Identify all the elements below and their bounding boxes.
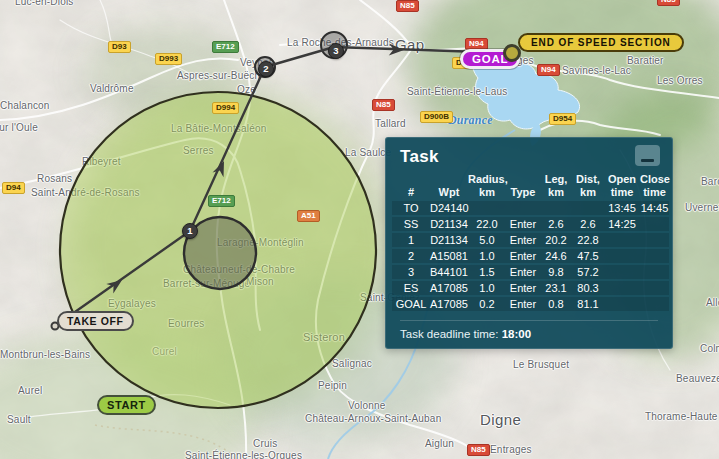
- table-cell: [604, 249, 640, 263]
- table-cell: 5.0: [468, 233, 506, 247]
- task-deadline: Task deadline time: 18:00: [400, 320, 658, 340]
- table-cell: [468, 201, 506, 215]
- minimize-button[interactable]: [635, 145, 660, 166]
- table-cell: [604, 265, 640, 279]
- table-cell: A15081: [430, 249, 468, 263]
- table-cell: D24140: [430, 201, 468, 215]
- start-pill[interactable]: START: [97, 395, 156, 415]
- table-cell: 3: [392, 265, 430, 279]
- table-body: TOD2414013:4514:45SSD2113422.0Enter2.62.…: [392, 201, 669, 311]
- waypoint-marker-1[interactable]: 1: [182, 223, 198, 239]
- table-cell: 57.2: [572, 265, 604, 279]
- table-cell: 80.3: [572, 281, 604, 295]
- table-cell: 47.5: [572, 249, 604, 263]
- waypoint-marker-2[interactable]: 2: [258, 61, 274, 77]
- table-row: ESA170851.0Enter23.180.3: [392, 281, 669, 295]
- table-cell: Enter: [506, 233, 540, 247]
- table-cell: 2.6: [572, 217, 604, 231]
- waypoint-marker-3[interactable]: 3: [328, 43, 344, 59]
- table-cell: [604, 281, 640, 295]
- table-cell: Enter: [506, 265, 540, 279]
- table-cell: Enter: [506, 281, 540, 295]
- column-header: Closetime: [640, 173, 669, 199]
- table-cell: A17085: [430, 281, 468, 295]
- task-table: # WptRadius,km TypeLeg,kmDist,kmOpentime…: [392, 171, 669, 313]
- table-cell: TO: [392, 201, 430, 215]
- table-cell: GOAL: [392, 297, 430, 311]
- table-cell: 23.1: [540, 281, 572, 295]
- deadline-label: Task deadline time:: [400, 328, 498, 340]
- deadline-value: 18:00: [502, 328, 531, 340]
- table-cell: 0.8: [540, 297, 572, 311]
- task-panel: Task # WptRadius,km TypeLeg,kmDist,kmOpe…: [385, 137, 673, 349]
- column-header: #: [392, 173, 430, 199]
- table-cell: [640, 281, 669, 295]
- table-cell: 1.0: [468, 281, 506, 295]
- column-header: Radius,km: [468, 173, 506, 199]
- table-cell: [640, 297, 669, 311]
- table-cell: Enter: [506, 297, 540, 311]
- table-cell: 14:25: [604, 217, 640, 231]
- table-row: SSD2113422.0Enter2.62.614:25: [392, 217, 669, 231]
- table-row: 2A150811.0Enter24.647.5: [392, 249, 669, 263]
- table-cell: 2.6: [540, 217, 572, 231]
- table-cell: [640, 217, 669, 231]
- table-cell: 13:45: [604, 201, 640, 215]
- table-cell: 20.2: [540, 233, 572, 247]
- table-cell: 1: [392, 233, 430, 247]
- table-cell: Enter: [506, 217, 540, 231]
- table-cell: 2: [392, 249, 430, 263]
- table-row: 1D211345.0Enter20.222.8: [392, 233, 669, 247]
- take-off-pill[interactable]: TAKE OFF: [57, 311, 134, 331]
- table-row: 3B441011.5Enter9.857.2: [392, 265, 669, 279]
- table-cell: 9.8: [540, 265, 572, 279]
- end-of-speed-section-marker[interactable]: [503, 44, 521, 62]
- table-row: GOALA170850.2Enter0.881.1: [392, 297, 669, 311]
- table-cell: 81.1: [572, 297, 604, 311]
- table-cell: [506, 201, 540, 215]
- table-cell: 22.8: [572, 233, 604, 247]
- table-cell: A17085: [430, 297, 468, 311]
- table-cell: [640, 233, 669, 247]
- table-cell: Enter: [506, 249, 540, 263]
- table-cell: 24.6: [540, 249, 572, 263]
- column-header: Type: [506, 173, 540, 199]
- table-cell: 1.5: [468, 265, 506, 279]
- table-cell: [604, 297, 640, 311]
- table-cell: SS: [392, 217, 430, 231]
- table-cell: 0.2: [468, 297, 506, 311]
- table-cell: 14:45: [640, 201, 669, 215]
- table-cell: [572, 201, 604, 215]
- panel-title: Task: [400, 147, 658, 167]
- map-canvas[interactable]: Luc-en-DioisValdrômeChalanconsur l'OuleR…: [0, 0, 719, 459]
- column-header: Wpt: [430, 173, 468, 199]
- table-cell: B44101: [430, 265, 468, 279]
- table-cell: 22.0: [468, 217, 506, 231]
- table-cell: D21134: [430, 217, 468, 231]
- column-header: Opentime: [604, 173, 640, 199]
- end-of-speed-section-pill[interactable]: END OF SPEED SECTION: [518, 33, 684, 52]
- table-cell: [604, 233, 640, 247]
- table-cell: D21134: [430, 233, 468, 247]
- table-row: TOD2414013:4514:45: [392, 201, 669, 215]
- table-cell: [640, 249, 669, 263]
- table-cell: [640, 265, 669, 279]
- table-cell: [540, 201, 572, 215]
- table-cell: ES: [392, 281, 430, 295]
- table-header-row: # WptRadius,km TypeLeg,kmDist,kmOpentime…: [392, 173, 669, 199]
- table-cell: 1.0: [468, 249, 506, 263]
- column-header: Dist,km: [572, 173, 604, 199]
- column-header: Leg,km: [540, 173, 572, 199]
